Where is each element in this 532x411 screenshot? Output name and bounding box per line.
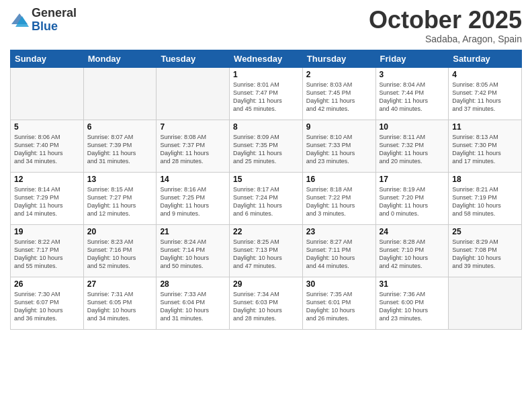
day-number: 5 xyxy=(14,122,80,132)
day-number: 18 xyxy=(452,175,518,184)
header-wednesday: Wednesday xyxy=(230,50,303,67)
logo-blue-text: Blue xyxy=(32,20,77,34)
day-number: 23 xyxy=(306,227,372,236)
day-number: 2 xyxy=(306,70,372,79)
calendar-cell-5-3: 28Sunrise: 7:33 AM Sunset: 6:04 PM Dayli… xyxy=(157,277,230,329)
calendar-cell-4-6: 24Sunrise: 8:28 AM Sunset: 7:10 PM Dayli… xyxy=(375,224,449,277)
calendar-cell-1-4: 1Sunrise: 8:01 AM Sunset: 7:47 PM Daylig… xyxy=(230,67,303,120)
calendar-cell-5-7 xyxy=(449,277,522,329)
day-info: Sunrise: 8:06 AM Sunset: 7:40 PM Dayligh… xyxy=(14,133,80,166)
calendar-cell-3-3: 14Sunrise: 8:16 AM Sunset: 7:25 PM Dayli… xyxy=(157,172,230,224)
day-info: Sunrise: 8:23 AM Sunset: 7:16 PM Dayligh… xyxy=(87,238,153,271)
day-info: Sunrise: 8:10 AM Sunset: 7:33 PM Dayligh… xyxy=(306,133,372,166)
day-number: 13 xyxy=(87,175,153,184)
day-number: 14 xyxy=(160,175,226,184)
day-number: 21 xyxy=(160,227,226,236)
calendar-cell-3-1: 12Sunrise: 8:14 AM Sunset: 7:29 PM Dayli… xyxy=(11,172,84,224)
location: Sadaba, Aragon, Spain xyxy=(369,34,522,44)
calendar-cell-3-7: 18Sunrise: 8:21 AM Sunset: 7:19 PM Dayli… xyxy=(449,172,522,224)
day-info: Sunrise: 8:25 AM Sunset: 7:13 PM Dayligh… xyxy=(233,238,299,271)
day-info: Sunrise: 8:05 AM Sunset: 7:42 PM Dayligh… xyxy=(452,81,518,113)
day-info: Sunrise: 7:35 AM Sunset: 6:01 PM Dayligh… xyxy=(306,290,372,323)
day-info: Sunrise: 8:15 AM Sunset: 7:27 PM Dayligh… xyxy=(87,185,153,218)
day-number: 16 xyxy=(306,175,372,184)
logo-icon xyxy=(10,11,29,30)
day-info: Sunrise: 8:07 AM Sunset: 7:39 PM Dayligh… xyxy=(87,133,153,166)
day-info: Sunrise: 8:09 AM Sunset: 7:35 PM Dayligh… xyxy=(233,133,299,166)
day-info: Sunrise: 8:27 AM Sunset: 7:11 PM Dayligh… xyxy=(306,238,372,271)
day-number: 29 xyxy=(233,279,299,289)
day-number: 12 xyxy=(14,175,80,184)
day-info: Sunrise: 8:13 AM Sunset: 7:30 PM Dayligh… xyxy=(452,133,518,166)
day-info: Sunrise: 8:24 AM Sunset: 7:14 PM Dayligh… xyxy=(160,238,226,271)
calendar-cell-2-1: 5Sunrise: 8:06 AM Sunset: 7:40 PM Daylig… xyxy=(11,120,84,172)
day-info: Sunrise: 7:31 AM Sunset: 6:05 PM Dayligh… xyxy=(87,290,153,323)
day-number: 9 xyxy=(306,122,372,132)
calendar-week-2: 5Sunrise: 8:06 AM Sunset: 7:40 PM Daylig… xyxy=(11,120,522,172)
day-number: 31 xyxy=(380,279,445,289)
calendar-cell-5-1: 26Sunrise: 7:30 AM Sunset: 6:07 PM Dayli… xyxy=(11,277,84,329)
day-info: Sunrise: 8:14 AM Sunset: 7:29 PM Dayligh… xyxy=(14,185,80,218)
calendar-cell-3-6: 17Sunrise: 8:19 AM Sunset: 7:20 PM Dayli… xyxy=(375,172,449,224)
page-container: General Blue October 2025 Sadaba, Aragon… xyxy=(0,0,532,411)
calendar-week-4: 19Sunrise: 8:22 AM Sunset: 7:17 PM Dayli… xyxy=(11,224,522,277)
calendar-cell-1-3 xyxy=(157,67,230,120)
day-number: 7 xyxy=(160,122,226,132)
day-number: 11 xyxy=(452,122,518,132)
day-number: 8 xyxy=(233,122,299,132)
day-info: Sunrise: 8:29 AM Sunset: 7:08 PM Dayligh… xyxy=(452,238,518,271)
day-number: 20 xyxy=(87,227,153,236)
header-friday: Friday xyxy=(375,50,449,67)
day-info: Sunrise: 8:03 AM Sunset: 7:45 PM Dayligh… xyxy=(306,81,372,113)
calendar-cell-1-5: 2Sunrise: 8:03 AM Sunset: 7:45 PM Daylig… xyxy=(302,67,375,120)
logo-general-text: General xyxy=(32,7,77,20)
calendar-header-row: Sunday Monday Tuesday Wednesday Thursday… xyxy=(11,50,522,67)
header-saturday: Saturday xyxy=(449,50,522,67)
calendar-cell-4-5: 23Sunrise: 8:27 AM Sunset: 7:11 PM Dayli… xyxy=(302,224,375,277)
calendar-cell-5-6: 31Sunrise: 7:36 AM Sunset: 6:00 PM Dayli… xyxy=(375,277,449,329)
day-info: Sunrise: 8:04 AM Sunset: 7:44 PM Dayligh… xyxy=(380,81,445,113)
calendar-cell-4-1: 19Sunrise: 8:22 AM Sunset: 7:17 PM Dayli… xyxy=(11,224,84,277)
calendar-cell-4-3: 21Sunrise: 8:24 AM Sunset: 7:14 PM Dayli… xyxy=(157,224,230,277)
day-info: Sunrise: 8:22 AM Sunset: 7:17 PM Dayligh… xyxy=(14,238,80,271)
day-number: 28 xyxy=(160,279,226,289)
day-number: 3 xyxy=(380,70,445,79)
day-number: 24 xyxy=(380,227,445,236)
day-info: Sunrise: 8:01 AM Sunset: 7:47 PM Dayligh… xyxy=(233,81,299,113)
calendar-week-3: 12Sunrise: 8:14 AM Sunset: 7:29 PM Dayli… xyxy=(11,172,522,224)
header-sunday: Sunday xyxy=(11,50,84,67)
logo-text: General Blue xyxy=(32,7,77,34)
header-tuesday: Tuesday xyxy=(157,50,230,67)
calendar-cell-5-4: 29Sunrise: 7:34 AM Sunset: 6:03 PM Dayli… xyxy=(230,277,303,329)
calendar-week-5: 26Sunrise: 7:30 AM Sunset: 6:07 PM Dayli… xyxy=(11,277,522,329)
calendar-week-1: 1Sunrise: 8:01 AM Sunset: 7:47 PM Daylig… xyxy=(11,67,522,120)
calendar-cell-3-4: 15Sunrise: 8:17 AM Sunset: 7:24 PM Dayli… xyxy=(230,172,303,224)
title-block: October 2025 Sadaba, Aragon, Spain xyxy=(369,7,522,44)
day-info: Sunrise: 7:30 AM Sunset: 6:07 PM Dayligh… xyxy=(14,290,80,323)
day-number: 19 xyxy=(14,227,80,236)
day-number: 27 xyxy=(87,279,153,289)
day-info: Sunrise: 8:28 AM Sunset: 7:10 PM Dayligh… xyxy=(380,238,445,271)
day-number: 22 xyxy=(233,227,299,236)
calendar-cell-1-1 xyxy=(11,67,84,120)
logo: General Blue xyxy=(10,7,77,34)
day-number: 6 xyxy=(87,122,153,132)
day-info: Sunrise: 7:36 AM Sunset: 6:00 PM Dayligh… xyxy=(380,290,445,323)
calendar-cell-2-4: 8Sunrise: 8:09 AM Sunset: 7:35 PM Daylig… xyxy=(230,120,303,172)
day-info: Sunrise: 8:17 AM Sunset: 7:24 PM Dayligh… xyxy=(233,185,299,218)
day-info: Sunrise: 8:19 AM Sunset: 7:20 PM Dayligh… xyxy=(380,185,445,218)
day-info: Sunrise: 8:16 AM Sunset: 7:25 PM Dayligh… xyxy=(160,185,226,218)
day-number: 10 xyxy=(380,122,445,132)
calendar-cell-1-6: 3Sunrise: 8:04 AM Sunset: 7:44 PM Daylig… xyxy=(375,67,449,120)
day-number: 30 xyxy=(306,279,372,289)
month-title: October 2025 xyxy=(369,7,522,34)
day-info: Sunrise: 7:34 AM Sunset: 6:03 PM Dayligh… xyxy=(233,290,299,323)
calendar-cell-2-7: 11Sunrise: 8:13 AM Sunset: 7:30 PM Dayli… xyxy=(449,120,522,172)
day-info: Sunrise: 7:33 AM Sunset: 6:04 PM Dayligh… xyxy=(160,290,226,323)
header-thursday: Thursday xyxy=(302,50,375,67)
day-number: 17 xyxy=(380,175,445,184)
day-info: Sunrise: 8:08 AM Sunset: 7:37 PM Dayligh… xyxy=(160,133,226,166)
calendar-cell-5-2: 27Sunrise: 7:31 AM Sunset: 6:05 PM Dayli… xyxy=(83,277,157,329)
day-number: 25 xyxy=(452,227,518,236)
calendar-cell-1-7: 4Sunrise: 8:05 AM Sunset: 7:42 PM Daylig… xyxy=(449,67,522,120)
